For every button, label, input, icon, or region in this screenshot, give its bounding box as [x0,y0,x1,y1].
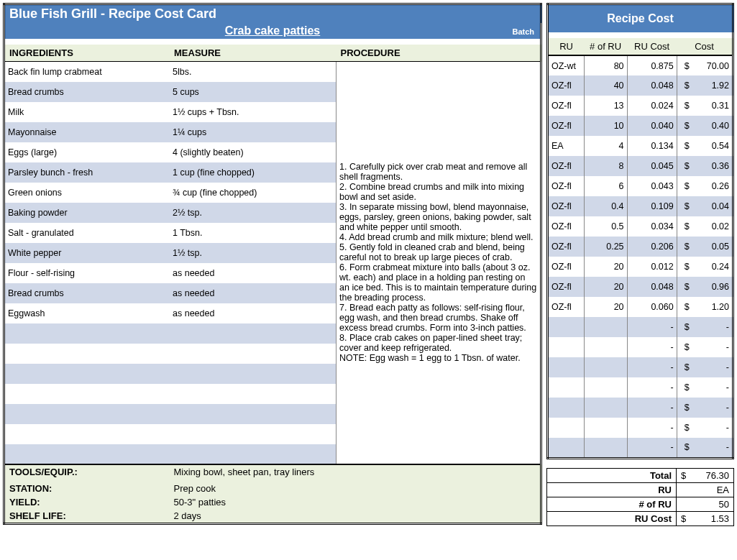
cost-ru [548,357,585,377]
ingredient-name [4,364,170,384]
cost-ru: OZ-fl [548,237,585,257]
cost-cost: $1.92 [677,75,733,96]
cost-num: 40 [584,75,627,96]
cost-num: 4 [584,136,627,156]
cost-rucost: - [627,317,677,337]
ingredient-measure: 2½ tsp. [170,203,337,223]
sum-rucost-value: $1.53 [677,511,734,525]
station-value: Prep cook [170,482,541,495]
ingredient-name [4,404,170,424]
cost-num: 13 [584,96,627,116]
cost-num: 20 [584,257,627,277]
cost-rucost: 0.048 [627,277,677,297]
cost-ru: EA [548,136,585,156]
ingredient-measure [170,384,337,404]
cost-ru: OZ-fl [548,196,585,216]
cost-rucost: - [627,398,677,418]
ingredient-measure: 1½ tsp. [170,243,337,263]
cost-row: -$- [548,377,733,398]
ingredient-name: Bread crumbs [4,283,170,303]
cost-ru: OZ-fl [548,257,585,277]
shelf-label: SHELF LIFE: [4,509,170,524]
ingredient-name: Milk [4,102,170,122]
cost-row: OZ-wt800.875$70.00 [548,55,733,75]
cost-ru [548,438,585,458]
cost-rucost: 0.024 [627,96,677,116]
cost-cost: $- [677,418,733,438]
cost-rucost: 0.040 [627,116,677,136]
cost-cost: $0.36 [677,156,733,176]
ingredient-measure [170,444,337,464]
cost-rucost: 0.206 [627,237,677,257]
cost-row: OZ-fl80.045$0.36 [548,156,733,176]
cost-ru: OZ-fl [548,156,585,176]
cost-row: OZ-fl60.043$0.26 [548,176,733,196]
cost-row: OZ-fl100.040$0.40 [548,116,733,136]
ingredient-name: Eggs (large) [4,142,170,162]
cost-num: 8 [584,156,627,176]
cost-num: 0.5 [584,216,627,237]
ingredient-name [4,344,170,364]
cost-ru: OZ-fl [548,176,585,196]
cost-cost: $- [677,377,733,398]
cost-num: 6 [584,176,627,196]
ingredient-measure: ¾ cup (fine chopped) [170,183,337,203]
cost-rucost: 0.048 [627,75,677,96]
cost-rucost: 0.060 [627,297,677,317]
ingredient-name [4,424,170,444]
cost-rucost: 0.043 [627,176,677,196]
cost-num [584,418,627,438]
cost-num: 80 [584,55,627,75]
cost-cost: $0.05 [677,237,733,257]
cost-num: 20 [584,297,627,317]
ingredient-name: Flour - self-rising [4,263,170,283]
col-measure: MEASURE [170,45,337,62]
cost-rucost: 0.109 [627,196,677,216]
cost-row: -$- [548,357,733,377]
cost-row: OZ-fl400.048$1.92 [548,75,733,96]
ingredient-measure: 5 cups [170,82,337,102]
cost-cost: $- [677,438,733,458]
cost-cost: $0.24 [677,257,733,277]
cost-table: Recipe Cost RU # of RU RU Cost Cost OZ-w… [546,3,734,459]
cost-row: OZ-fl200.048$0.96 [548,277,733,297]
ingredient-measure [170,424,337,444]
cost-cost: $0.96 [677,277,733,297]
ingredient-measure [170,364,337,384]
cost-cost: $0.02 [677,216,733,237]
ingredient-measure: as needed [170,283,337,303]
cost-num [584,438,627,458]
cost-row: OZ-fl200.060$1.20 [548,297,733,317]
recipe-name-text: Crab cake patties [225,24,321,37]
cost-ru [548,377,585,398]
ingredient-measure: 1 cup (fine chopped) [170,162,337,183]
sum-total-value: $76.30 [677,468,734,482]
ingredient-measure: 1¼ cups [170,122,337,142]
cost-cost: $0.54 [677,136,733,156]
ingredient-measure: 5lbs. [170,62,337,82]
ingredient-measure: as needed [170,303,337,323]
cost-cost: $- [677,357,733,377]
cost-row: -$- [548,337,733,357]
ingredient-row: Back fin lump crabmeat5lbs.1. Carefully … [4,62,541,82]
ingredient-name: Back fin lump crabmeat [4,62,170,82]
cost-row: -$- [548,317,733,337]
sum-numru-value: 50 [677,497,734,511]
batch-label: Batch [512,27,534,36]
cost-rucost: 0.134 [627,136,677,156]
hdr-rucost: RU Cost [627,38,677,55]
cost-row: OZ-fl0.250.206$0.05 [548,237,733,257]
cost-cost: $0.31 [677,96,733,116]
shelf-value: 2 days [170,509,541,524]
sum-numru-label: # of RU [547,497,677,511]
cost-ru [548,337,585,357]
cost-ru [548,418,585,438]
ingredient-measure: 1 Tbsn. [170,223,337,243]
cost-cost: $0.40 [677,116,733,136]
cost-rucost: 0.034 [627,216,677,237]
cost-title: Recipe Cost [548,4,733,33]
ingredient-name: Mayonnaise [4,122,170,142]
cost-cost: $- [677,317,733,337]
ingredient-name: White pepper [4,243,170,263]
station-label: STATION: [4,482,170,495]
